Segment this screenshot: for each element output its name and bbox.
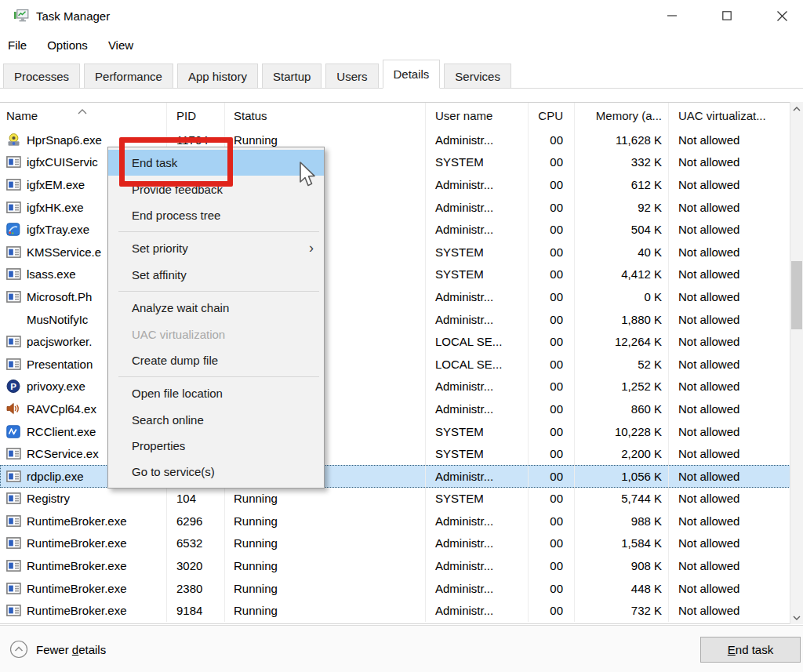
task-manager-window: { "window": { "title": "Task Manager", "… xyxy=(0,0,803,672)
table-row[interactable]: RuntimeBroker.exe 9184 Running Administr… xyxy=(0,599,790,622)
process-name: RuntimeBroker.exe xyxy=(0,554,167,577)
column-header-cpu[interactable]: CPU xyxy=(529,103,575,129)
menu-item-open-file-location[interactable]: Open file location xyxy=(108,380,324,406)
process-cpu: 00 xyxy=(529,488,575,510)
snagit-icon xyxy=(6,133,21,147)
process-status: Running xyxy=(225,510,426,532)
scroll-up-icon[interactable] xyxy=(790,102,803,115)
process-status: Running xyxy=(225,488,426,510)
process-memory: 10,228 K xyxy=(575,420,669,443)
process-cpu: 00 xyxy=(529,330,575,353)
fewer-details-toggle[interactable]: Fewer details xyxy=(9,637,106,662)
tab-app-history[interactable]: App history xyxy=(177,64,258,88)
process-user: Administr... xyxy=(426,532,529,555)
scroll-down-icon[interactable] xyxy=(790,611,803,624)
process-memory: 1,584 K xyxy=(575,532,669,555)
menu-item-go-to-service-s[interactable]: Go to service(s) xyxy=(108,459,324,485)
menubar-item-view[interactable]: View xyxy=(107,31,135,60)
process-uac: Not allowed xyxy=(669,376,790,398)
table-row[interactable]: RuntimeBroker.exe 3020 Running Administr… xyxy=(0,554,790,577)
column-header-pid[interactable]: PID xyxy=(167,103,225,129)
menu-item-analyze-wait-chain[interactable]: Analyze wait chain xyxy=(108,295,324,321)
process-user: SYSTEM xyxy=(426,151,529,174)
process-uac: Not allowed xyxy=(669,173,790,196)
table-row[interactable]: RuntimeBroker.exe 6532 Running Administr… xyxy=(0,532,790,555)
tab-strip: ProcessesPerformanceApp historyStartupUs… xyxy=(0,60,803,89)
column-header-user-name[interactable]: User name xyxy=(426,103,529,129)
column-header-uac-virtualization[interactable]: UAC virtualizat... xyxy=(669,103,790,129)
column-header-memory[interactable]: Memory (a... xyxy=(575,103,669,129)
app-window-icon xyxy=(6,492,21,504)
process-cpu: 00 xyxy=(529,376,575,398)
menu-item-create-dump-file[interactable]: Create dump file xyxy=(108,347,324,373)
table-row[interactable]: RuntimeBroker.exe 2380 Running Administr… xyxy=(0,577,790,600)
tab-users[interactable]: Users xyxy=(325,64,378,88)
process-pid: 2380 xyxy=(167,577,225,600)
process-memory: 1,056 K xyxy=(575,465,669,488)
process-memory: 1,252 K xyxy=(575,376,669,398)
column-header-status[interactable]: Status xyxy=(225,103,426,129)
tab-services[interactable]: Services xyxy=(444,64,511,88)
process-user: LOCAL SE... xyxy=(426,330,529,353)
process-name: RuntimeBroker.exe xyxy=(0,599,167,622)
vertical-scrollbar[interactable] xyxy=(790,102,803,624)
window-title: Task Manager xyxy=(36,0,110,31)
menubar-item-file[interactable]: File xyxy=(6,31,28,60)
menu-item-set-priority[interactable]: Set priority› xyxy=(108,235,324,261)
sort-ascending-icon xyxy=(78,104,87,118)
app-window-icon xyxy=(6,179,21,191)
maximize-button[interactable] xyxy=(709,0,745,31)
menu-item-properties[interactable]: Properties xyxy=(108,433,324,459)
menu-bar: FileOptionsView xyxy=(0,31,803,60)
tab-processes[interactable]: Processes xyxy=(3,64,80,88)
title-bar: Task Manager xyxy=(0,0,803,31)
process-cpu: 00 xyxy=(529,151,575,174)
app-window-icon xyxy=(6,336,21,347)
menubar-item-options[interactable]: Options xyxy=(45,31,89,60)
process-memory: 0 K xyxy=(575,285,669,308)
process-memory: 4,412 K xyxy=(575,263,669,286)
process-status: Running xyxy=(225,577,426,600)
app-window-icon xyxy=(6,583,21,594)
process-user: SYSTEM xyxy=(426,488,529,510)
tab-performance[interactable]: Performance xyxy=(84,64,173,88)
process-user: Administr... xyxy=(426,465,529,488)
table-row[interactable]: Registry 104 Running SYSTEM 00 5,744 K N… xyxy=(0,488,790,510)
menu-item-search-online[interactable]: Search online xyxy=(108,407,324,433)
process-uac: Not allowed xyxy=(669,285,790,308)
app-window-icon xyxy=(6,268,21,280)
app-window-icon xyxy=(6,537,21,549)
scrollbar-thumb[interactable] xyxy=(791,261,802,329)
app-window-icon xyxy=(6,156,21,168)
process-user: Administr... xyxy=(426,129,529,151)
tab-startup[interactable]: Startup xyxy=(262,64,322,88)
tab-details[interactable]: Details xyxy=(383,60,441,89)
process-uac: Not allowed xyxy=(669,398,790,420)
process-uac: Not allowed xyxy=(669,218,790,241)
end-task-button[interactable]: End task xyxy=(700,637,801,663)
process-cpu: 00 xyxy=(529,510,575,532)
app-window-icon xyxy=(6,560,21,572)
process-cpu: 00 xyxy=(529,554,575,577)
menu-item-set-affinity[interactable]: Set affinity xyxy=(108,262,324,288)
process-pid: 6296 xyxy=(167,510,225,532)
menu-item-uac-virtualization: UAC virtualization xyxy=(108,321,324,347)
process-user: Administr... xyxy=(426,577,529,600)
igfxtray-icon xyxy=(6,223,20,236)
app-window-icon xyxy=(6,202,21,213)
table-row[interactable]: RuntimeBroker.exe 6296 Running Administr… xyxy=(0,510,790,532)
process-memory: 988 K xyxy=(575,510,669,532)
process-name: RuntimeBroker.exe xyxy=(0,510,167,532)
minimize-button[interactable] xyxy=(654,0,690,31)
close-button[interactable] xyxy=(764,0,800,31)
process-user: Administr... xyxy=(426,218,529,241)
process-uac: Not allowed xyxy=(669,308,790,331)
svg-text:P: P xyxy=(10,382,16,391)
process-memory: 5,744 K xyxy=(575,488,669,510)
menu-item-end-process-tree[interactable]: End process tree xyxy=(108,202,324,228)
process-uac: Not allowed xyxy=(669,129,790,151)
fewer-details-label: Fewer details xyxy=(36,643,106,656)
process-uac: Not allowed xyxy=(669,554,790,577)
menu-separator xyxy=(118,231,319,232)
process-uac: Not allowed xyxy=(669,488,790,510)
